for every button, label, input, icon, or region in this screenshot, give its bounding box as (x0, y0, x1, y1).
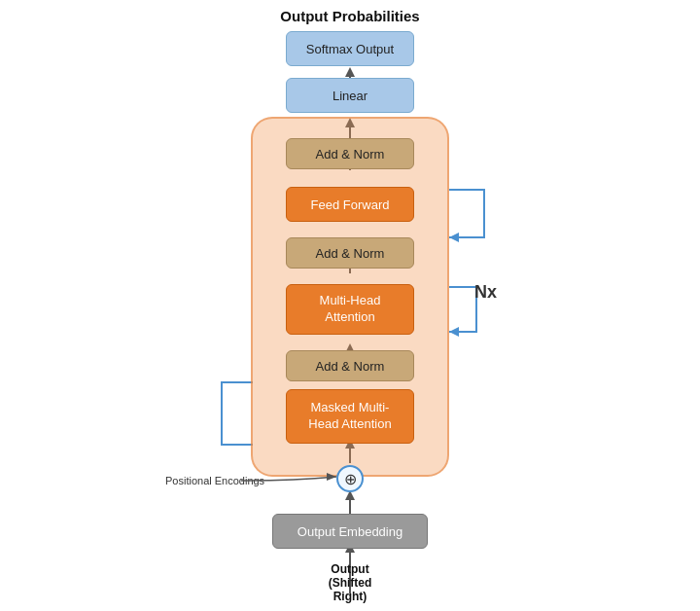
positional-encoding-circle: ⊕ (336, 465, 364, 492)
softmax-output-box: Softmax Output (286, 31, 414, 66)
output-embedding-box: Output Embedding (272, 514, 428, 549)
multi-head-attention-box: Multi-HeadAttention (286, 284, 414, 335)
nx-label: Nx (474, 282, 497, 303)
svg-marker-21 (449, 233, 459, 242)
svg-marker-20 (449, 327, 459, 337)
feed-forward-box: Feed Forward (286, 187, 414, 222)
shifted-right-text: (ShiftedRight) (329, 576, 372, 603)
output-shifted-label: Output (ShiftedRight) (290, 562, 410, 603)
output-probabilities-title: Output Probabilities (0, 8, 700, 24)
add-norm-bot-box: Add & Norm (286, 350, 414, 381)
add-norm-top-box: Add & Norm (286, 138, 414, 169)
masked-multi-head-box: Masked Multi-Head Attention (286, 389, 414, 444)
linear-box: Linear (286, 78, 414, 113)
svg-marker-19 (345, 67, 355, 77)
output-bold: Output (331, 562, 368, 576)
diagram-container: Output Probabilities Softmax Output Line… (0, 0, 700, 611)
add-norm-mid-box: Add & Norm (286, 237, 414, 269)
positional-encodings-label: Positional Encodings (165, 475, 264, 486)
